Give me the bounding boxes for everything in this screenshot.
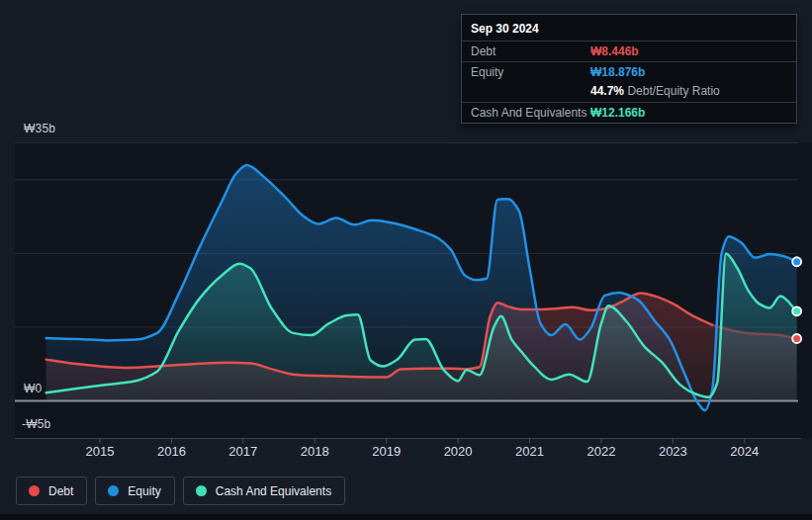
- x-axis-year-label: 2024: [730, 444, 759, 459]
- tooltip-row-debt: Debt ₩8.446b: [462, 42, 796, 62]
- tooltip-date: Sep 30 2024: [462, 15, 796, 42]
- legend-equity-label: Equity: [128, 484, 160, 498]
- tooltip-row-ratio: 44.7% Debt/Equity Ratio: [462, 82, 796, 103]
- tooltip-equity-label: Equity: [471, 65, 503, 79]
- chart-legend: Debt Equity Cash And Equivalents: [16, 477, 345, 505]
- debt-series-dot-icon: [29, 485, 40, 496]
- x-axis-year-label: 2023: [659, 444, 687, 459]
- y-axis-label-zero: ₩0: [24, 382, 42, 395]
- legend-item-equity[interactable]: Equity: [95, 477, 174, 505]
- tooltip-ratio-label: Debt/Equity Ratio: [627, 84, 719, 98]
- bottom-edge-strip: [0, 514, 812, 520]
- equity-series-dot-icon: [108, 485, 119, 496]
- tooltip-debt-label: Debt: [471, 44, 496, 58]
- x-axis-year-label: 2022: [586, 444, 615, 459]
- x-axis-year-label: 2017: [228, 444, 257, 459]
- tooltip-debt-value: ₩8.446b: [590, 44, 639, 58]
- tooltip-ratio-value: 44.7%: [590, 84, 624, 98]
- chart-tooltip: Sep 30 2024 Debt ₩8.446b Equity ₩18.876b…: [461, 14, 797, 124]
- legend-cash-label: Cash And Equivalents: [216, 484, 331, 498]
- x-axis-year-label: 2021: [515, 444, 544, 459]
- tooltip-cash-value: ₩12.166b: [590, 106, 645, 120]
- legend-item-debt[interactable]: Debt: [16, 477, 87, 505]
- legend-item-cash[interactable]: Cash And Equivalents: [183, 477, 345, 505]
- x-axis-year-label: 2016: [157, 444, 186, 459]
- tooltip-cash-label: Cash And Equivalents: [471, 106, 586, 120]
- legend-debt-label: Debt: [48, 484, 73, 498]
- x-axis-year-label: 2018: [301, 444, 329, 459]
- tooltip-row-cash: Cash And Equivalents ₩12.166b: [462, 103, 796, 123]
- x-axis-year-label: 2015: [86, 444, 115, 459]
- x-axis-year-label: 2019: [372, 444, 401, 459]
- x-axis-year-label: 2020: [444, 444, 473, 459]
- y-axis-label-35b: ₩35b: [24, 122, 55, 135]
- tooltip-row-equity: Equity ₩18.876b: [462, 62, 796, 82]
- tooltip-equity-value: ₩18.876b: [590, 65, 645, 79]
- cash-series-dot-icon: [196, 485, 207, 496]
- y-axis-label-neg5b: -₩5b: [22, 417, 50, 431]
